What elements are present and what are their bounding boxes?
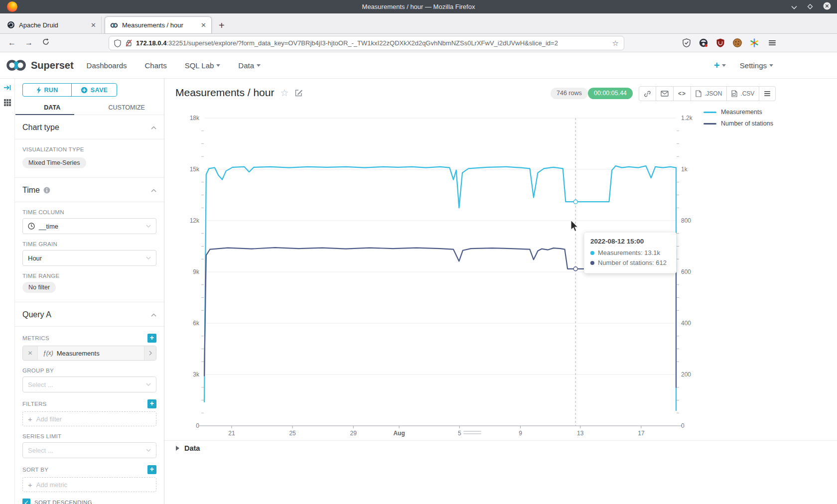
metric-name: Measurements (57, 350, 100, 357)
browser-menu-icon[interactable] (767, 38, 777, 48)
svg-text:5: 5 (458, 430, 461, 437)
druid-favicon (7, 21, 15, 29)
series-limit-label: SERIES LIMIT (22, 433, 156, 439)
legend-item-number-of-stations[interactable]: Number of stations (703, 120, 773, 127)
add-filter-button[interactable]: + (147, 399, 156, 408)
window-minimize-icon[interactable] (791, 2, 797, 11)
bookmark-star-icon[interactable]: ☆ (612, 39, 619, 48)
legend-swatch (703, 112, 716, 113)
save-button[interactable]: SAVE (72, 84, 117, 96)
tab-customize[interactable]: CUSTOMIZE (90, 100, 164, 115)
metric-measurements[interactable]: ✕ ƒ(x)Measurements (22, 346, 156, 361)
account-extension-icon[interactable] (698, 38, 708, 48)
reload-button[interactable] (41, 38, 51, 48)
sparkle-extension-icon[interactable] (749, 38, 759, 48)
superset-favicon (110, 21, 118, 29)
forward-button[interactable]: → (24, 38, 34, 48)
datasource-icon-strip (0, 79, 15, 504)
nav-data[interactable]: Data (238, 61, 261, 70)
svg-text:25: 25 (289, 430, 296, 437)
group-by-placeholder: Select ... (28, 381, 142, 388)
series-limit-placeholder: Select ... (28, 447, 142, 454)
divider (164, 440, 837, 441)
section-chart-type[interactable]: Chart type (15, 115, 164, 139)
panel-resize-handle[interactable] (463, 431, 481, 436)
tab-apache-druid[interactable]: Apache Druid ✕ (2, 16, 102, 33)
svg-text:9: 9 (519, 430, 522, 437)
chevron-down-icon (257, 64, 261, 67)
nav-dashboards[interactable]: Dashboards (87, 61, 127, 70)
ublock-icon[interactable] (715, 38, 725, 48)
caret-right-icon (175, 445, 180, 451)
dataset-grid-icon[interactable] (3, 99, 11, 107)
chevron-up-icon (151, 126, 156, 129)
add-metric-button[interactable]: + (147, 334, 156, 343)
add-filter-dropzone[interactable]: + Add filter (22, 411, 156, 426)
svg-text:800: 800 (681, 217, 691, 224)
brand-name[interactable]: Superset (31, 60, 74, 71)
sort-descending-label: SORT DESCENDING (34, 500, 92, 504)
section-time[interactable]: Time (15, 177, 164, 202)
insecure-lock-icon[interactable] (126, 39, 132, 47)
tab-data[interactable]: DATA (15, 100, 90, 115)
new-item-button[interactable]: + (714, 60, 726, 71)
sort-descending-checkbox[interactable]: ✓ (22, 499, 30, 504)
remove-metric-icon[interactable]: ✕ (23, 346, 38, 360)
viz-type-value[interactable]: Mixed Time-Series (22, 157, 86, 168)
chevron-down-icon (146, 225, 151, 228)
metrics-label: METRICS + (22, 334, 156, 343)
time-grain-label: TIME GRAIN (22, 241, 156, 247)
timeseries-chart[interactable]: 003k2006k4009k60012k80015k1k18k1.2k21252… (164, 79, 837, 443)
tab-close-icon[interactable]: ✕ (201, 21, 206, 29)
info-icon (43, 187, 50, 194)
plus-icon: + (28, 481, 32, 489)
lightning-icon (36, 87, 41, 94)
data-section-toggle[interactable]: Data (175, 444, 200, 452)
legend-item-measurements[interactable]: Measurements (703, 109, 773, 116)
add-sort-metric-dropzone[interactable]: + Add metric (22, 477, 156, 492)
cookie-extension-icon[interactable] (732, 38, 742, 48)
sort-by-label: SORT BY + (22, 465, 156, 474)
filters-label: FILTERS + (22, 399, 156, 408)
tab-close-icon[interactable]: ✕ (91, 21, 96, 29)
chevron-down-icon (146, 449, 151, 452)
nav-charts[interactable]: Charts (144, 61, 166, 70)
caret-right-icon[interactable] (144, 346, 156, 360)
run-button[interactable]: RUN (23, 84, 72, 96)
window-maximize-icon[interactable] (807, 2, 813, 11)
window-close-icon[interactable] (823, 2, 831, 12)
tracking-protection-icon[interactable] (682, 38, 692, 48)
back-button[interactable]: ← (7, 38, 17, 48)
chart-tooltip: 2022-08-12 15:00 Measurements: 13.1k Num… (584, 232, 677, 273)
expand-panel-icon[interactable] (3, 84, 11, 92)
tooltip-timestamp: 2022-08-12 15:00 (590, 238, 676, 245)
chart-legend: Measurements Number of stations (703, 109, 773, 131)
settings-menu[interactable]: Settings (740, 61, 773, 70)
time-range-value[interactable]: No filter (22, 282, 56, 293)
chevron-up-icon (151, 189, 156, 192)
series-limit-select[interactable]: Select ... (22, 442, 156, 458)
section-query-a[interactable]: Query A (15, 302, 164, 327)
svg-text:13: 13 (577, 430, 584, 437)
url-host: 172.18.0.4 (136, 39, 166, 47)
svg-text:0: 0 (681, 422, 685, 429)
mouse-cursor (570, 220, 579, 233)
superset-logo[interactable] (6, 58, 27, 73)
browser-toolbar: ← → 172.18.0.4 :32251/superset/explore/?… (0, 34, 837, 52)
tooltip-entry: Measurements: 13.1k (590, 248, 676, 258)
chart-area: Measurements / hour ☆ 746 rows 00:00:05.… (164, 79, 837, 504)
time-column-select[interactable]: __time (22, 218, 156, 234)
group-by-select[interactable]: Select ... (22, 377, 156, 392)
url-bar[interactable]: 172.18.0.4 :32251/superset/explore/?form… (109, 36, 624, 50)
chevron-down-icon (769, 64, 773, 67)
group-by-label: GROUP BY (22, 368, 156, 374)
add-sort-metric-button[interactable]: + (147, 465, 156, 474)
permissions-shield-icon[interactable] (114, 39, 121, 47)
tab-measurements-hour[interactable]: Measurements / hour ✕ (105, 16, 212, 33)
time-grain-select[interactable]: Hour (22, 250, 156, 266)
nav-sql-lab[interactable]: SQL Lab (185, 61, 221, 70)
svg-text:29: 29 (350, 430, 357, 437)
tab-bar: Apache Druid ✕ Measurements / hour ✕ + (0, 13, 837, 34)
chevron-down-icon (216, 64, 220, 67)
new-tab-button[interactable]: + (219, 20, 225, 30)
